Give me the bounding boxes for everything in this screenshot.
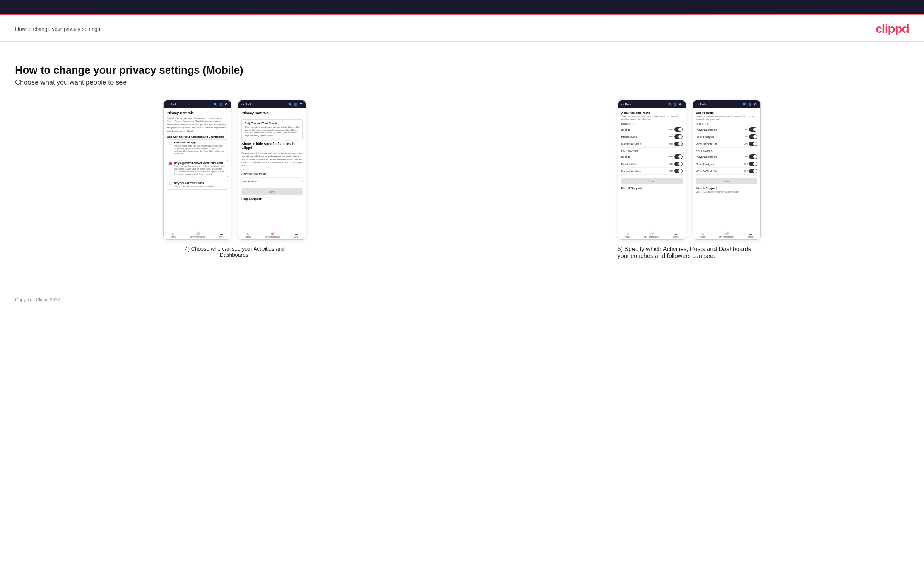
home-icon-4: ⌂ [701, 231, 704, 235]
option3-label: Only You and Your Coach [174, 182, 216, 184]
home-icon-2: ⌂ [247, 231, 249, 235]
coaches-manual-toggle[interactable] [674, 142, 683, 146]
nav-menu-4[interactable]: ☰ Menu [748, 231, 754, 238]
bottom-nav-3: ⌂ Home 📊 My Performance ☰ Menu [618, 229, 685, 239]
coaches-manual-row: Manual Activities ON [621, 140, 683, 148]
followers-round-insights-row: Round Insights ON [696, 161, 758, 168]
nav-performance-3[interactable]: 📊 My Performance [645, 231, 659, 238]
screen4-title: Dashboards [696, 111, 758, 114]
screen1-content: Privacy Controls Control how you and you… [164, 108, 231, 195]
radio-circle-1 [169, 142, 172, 145]
chevron-right-icon-1: › [302, 172, 303, 176]
phone-screen-4: ‹ < Back 🔍 👤 ⚙ Dashboards Select the das… [693, 100, 761, 240]
settings-icon-3[interactable]: ⚙ [679, 102, 683, 106]
nav-back-2[interactable]: ‹ < Back [241, 103, 251, 106]
followers-what-to-work-label: What To Work On [696, 170, 717, 172]
nav-performance-4[interactable]: 📊 My Performance [719, 231, 734, 238]
activities-posts-link[interactable]: Activities and Posts › [241, 170, 303, 178]
followers-label-4: FOLLOWERS [696, 150, 758, 153]
nav-home-4[interactable]: ⌂ Home [700, 231, 706, 238]
nav-menu-2[interactable]: ☰ Menu [294, 231, 299, 238]
nav-back-4[interactable]: ‹ < Back [696, 103, 706, 106]
main-content: How to change your privacy settings (Mob… [0, 53, 924, 290]
screen1-title: Privacy Controls [166, 111, 228, 115]
save-button-3[interactable]: Save [621, 178, 683, 184]
phone-screen-3: ‹ < Back 🔍 👤 ⚙ Activities and Posts Sele… [618, 100, 686, 240]
nav-back-1[interactable]: ‹ < Back [166, 103, 176, 106]
nav-icons-3: 🔍 👤 ⚙ [668, 102, 683, 106]
settings-icon-4[interactable]: ⚙ [754, 102, 758, 106]
search-icon-3[interactable]: 🔍 [668, 102, 672, 106]
nav-performance-2[interactable]: 📊 My Performance [265, 231, 280, 238]
help-title-2: Help & Support [241, 197, 303, 200]
bottom-nav-2: ⌂ Home 📊 My Performance ☰ Menu [239, 229, 306, 239]
followers-practice-toggle[interactable] [674, 162, 683, 166]
help-desc-4: Visit our Clippd community to troublesho… [696, 191, 758, 193]
mockups-row: ‹ < Back 🔍 👤 ⚙ Privacy Controls Control … [15, 100, 909, 259]
dashboards-link[interactable]: Dashboards › [241, 178, 303, 185]
chart-icon-4: 📊 [724, 231, 729, 235]
search-icon-4[interactable]: 🔍 [743, 102, 747, 106]
radio-option-followers[interactable]: Only Approved Followers and Your Coach O… [166, 160, 228, 178]
search-icon-2[interactable]: 🔍 [288, 102, 292, 106]
followers-what-to-work-toggle[interactable] [749, 169, 758, 173]
save-button-4[interactable]: Save [696, 178, 758, 184]
chevron-left-icon-3: ‹ [621, 103, 622, 106]
screen2-content: Privacy Controls Only You and Your Coach… [239, 108, 306, 204]
logo: clippd [876, 22, 909, 36]
home-icon: ⌂ [172, 231, 174, 235]
person-icon-2[interactable]: 👤 [294, 102, 297, 106]
callout-title: Only You and Your Coach [244, 122, 300, 125]
nav-home-1[interactable]: ⌂ Home [170, 231, 176, 238]
coaches-what-to-work-toggle[interactable] [749, 142, 758, 146]
screen4-content: Dashboards Select the dashboards that yo… [693, 108, 760, 196]
menu-icon: ☰ [220, 231, 223, 235]
nav-menu-1[interactable]: ☰ Menu [219, 231, 224, 238]
person-icon-3[interactable]: 👤 [674, 102, 677, 106]
nav-menu-3[interactable]: ☰ Menu [674, 231, 679, 238]
chart-icon: 📊 [195, 231, 200, 235]
nav-home-2[interactable]: ⌂ Home [245, 231, 251, 238]
nav-bar-3: ‹ < Back 🔍 👤 ⚙ [618, 100, 685, 108]
coaches-round-insights-label: Round Insights [696, 135, 714, 138]
nav-icons-2: 🔍 👤 ⚙ [288, 102, 303, 106]
menu-icon-3: ☰ [674, 231, 678, 235]
save-button-2[interactable]: Save [241, 189, 303, 195]
help-title-4: Help & Support [696, 187, 758, 190]
header-title: How to change your privacy settings [15, 26, 100, 32]
screen3-title: Activities and Posts [621, 111, 683, 114]
settings-icon[interactable]: ⚙ [224, 102, 228, 106]
radio-option-everyone[interactable]: Everyone on Clippd Everyone on Clippd ca… [166, 139, 228, 158]
who-label: Who Can See Your Activities and Dashboar… [166, 135, 228, 138]
coaches-rounds-toggle[interactable] [674, 127, 683, 132]
settings-icon-2[interactable]: ⚙ [299, 102, 303, 106]
search-icon[interactable]: 🔍 [213, 102, 217, 106]
followers-round-insights-toggle[interactable] [749, 162, 758, 166]
followers-player-dashboard-toggle[interactable] [749, 155, 758, 159]
coaches-practice-toggle[interactable] [674, 134, 683, 139]
screen3-content: Activities and Posts Select the types of… [618, 108, 685, 194]
radio-option-you-coach[interactable]: Only You and Your Coach Only you and the… [166, 180, 228, 190]
mockup-pair-2: ‹ < Back 🔍 👤 ⚙ Activities and Posts Sele… [618, 100, 761, 240]
coaches-round-insights-toggle[interactable] [749, 134, 758, 139]
coaches-what-to-work-label: What To Work On [696, 143, 717, 145]
option1-desc: Everyone on Clippd can search for you an… [174, 145, 226, 156]
coaches-player-dashboard-toggle[interactable] [749, 127, 758, 132]
home-icon-3: ⌂ [627, 231, 629, 235]
screen4-desc: Select the dashboards that you'd like to… [696, 115, 758, 121]
nav-performance-1[interactable]: 📊 My Performance [190, 231, 205, 238]
radio-circle-2 [169, 162, 172, 165]
person-icon-4[interactable]: 👤 [748, 102, 752, 106]
coaches-practice-label: Practice Drills [621, 135, 638, 138]
person-icon[interactable]: 👤 [219, 102, 223, 106]
followers-rounds-toggle[interactable] [674, 155, 683, 159]
followers-practice-row: Practice Drills ON [621, 161, 683, 168]
nav-home-3[interactable]: ⌂ Home [625, 231, 631, 238]
nav-back-3[interactable]: ‹ < Back [621, 103, 631, 106]
option1-label: Everyone on Clippd [174, 141, 226, 144]
page-subheading: Choose what you want people to see [15, 79, 909, 87]
callout-box: Only You and Your Coach Only you and the… [241, 119, 303, 140]
page-heading: How to change your privacy settings (Mob… [15, 64, 909, 76]
coaches-practice-row: Practice Drills ON [621, 133, 683, 140]
followers-manual-toggle[interactable] [674, 169, 683, 173]
